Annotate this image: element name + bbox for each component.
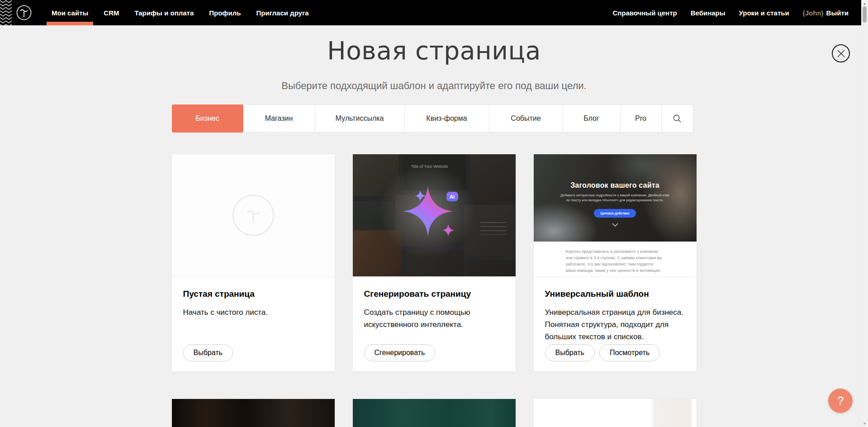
logout-label: Выйти: [826, 9, 849, 17]
page-subtitle: Выберите подходящий шаблон и адаптируйте…: [0, 80, 868, 92]
scrollbar-up-arrow[interactable]: ▲: [861, 0, 868, 6]
tab-search[interactable]: [661, 104, 693, 133]
chevron-down-icon: [612, 223, 618, 227]
card-title: Универсальный шаблон: [545, 289, 685, 299]
template-card-blank: Пустая страница Начать с чистого листа. …: [172, 154, 335, 371]
scrollbar-thumb[interactable]: [863, 6, 867, 23]
preview-hero-heading: Заголовок вашего сайта: [570, 181, 659, 190]
help-button[interactable]: ?: [828, 389, 853, 413]
nav-item-tutorials[interactable]: Уроки и статьи: [732, 0, 796, 25]
nav-item-help-center[interactable]: Справочный центр: [606, 0, 683, 25]
card-actions: Сгенерировать: [364, 344, 436, 361]
tab-store[interactable]: Магазин: [243, 104, 315, 133]
universal-template-preview[interactable]: Заголовок вашего сайта Добавьте интересн…: [534, 154, 697, 276]
main-nav: Мои сайты CRM Тарифы и оплата Профиль Пр…: [44, 0, 317, 25]
card-title: Пустая страница: [183, 289, 323, 299]
card-info: Сгенерировать страницу Создать страницу …: [353, 276, 516, 371]
card-info: Универсальный шаблон Универсальная стран…: [534, 276, 697, 371]
nav-item-logout[interactable]: (John) Выйти: [796, 0, 855, 25]
secondary-nav: Справочный центр Вебинары Уроки и статьи…: [606, 0, 855, 25]
top-navbar: Мои сайты CRM Тарифы и оплата Профиль Пр…: [0, 0, 861, 25]
tilda-logo[interactable]: [16, 5, 32, 21]
preview-cta-button: Целевое действие: [594, 209, 636, 218]
scrollbar-down-arrow[interactable]: ▼: [861, 420, 868, 427]
card-actions: Выбрать: [183, 344, 233, 361]
zigzag-pattern-icon: [0, 0, 12, 25]
tab-link-in-bio[interactable]: Мультиссылка: [315, 104, 405, 133]
generate-button[interactable]: Сгенерировать: [364, 344, 436, 361]
preview-body: Коротко представьтесь и расскажите о ком…: [534, 242, 697, 276]
nav-item-crm[interactable]: CRM: [96, 0, 127, 25]
preview-body-text: Коротко представьтесь и расскажите о ком…: [566, 249, 664, 274]
tilda-logo-icon: [16, 5, 32, 21]
choose-button[interactable]: Выбрать: [545, 344, 595, 361]
nav-item-webinars[interactable]: Вебинары: [684, 0, 732, 25]
tilda-watermark-icon: [232, 195, 274, 236]
nav-item-pricing[interactable]: Тарифы и оплата: [127, 0, 201, 25]
close-icon: [837, 50, 845, 57]
search-icon: [673, 114, 682, 123]
card-description: Создать страницу с помощью искусственног…: [364, 306, 504, 331]
template-preview[interactable]: [534, 399, 697, 427]
card-info: Пустая страница Начать с чистого листа. …: [172, 276, 335, 371]
user-name: (John): [803, 9, 824, 17]
tab-pro[interactable]: Pro: [620, 104, 662, 133]
new-page-modal: Мои сайты CRM Тарифы и оплата Профиль Пр…: [0, 0, 868, 427]
nav-item-profile[interactable]: Профиль: [201, 0, 248, 25]
template-card-row2-2: [353, 399, 516, 427]
preview-hero: Заголовок вашего сайта Добавьте интересн…: [534, 154, 697, 242]
close-button[interactable]: [832, 44, 850, 62]
preview-hero-subtext: Добавьте интересные подробности о вашей …: [560, 193, 670, 203]
nav-item-invite-friend[interactable]: Пригласи друга: [248, 0, 316, 25]
view-button[interactable]: Посмотреть: [599, 344, 660, 361]
tab-blog[interactable]: Блог: [563, 104, 621, 133]
nav-item-my-sites[interactable]: Мои сайты: [44, 0, 96, 25]
template-card-row2-3: [534, 399, 697, 427]
card-description: Начать с чистого листа.: [183, 306, 323, 318]
card-description: Универсальная страница для бизнеса. Поня…: [545, 306, 685, 343]
card-title: Сгенерировать страницу: [364, 289, 504, 299]
ai-template-preview[interactable]: Title of Your Website: [353, 154, 516, 276]
scrollbar[interactable]: ▲ ▼: [861, 0, 868, 427]
page-title: Новая страница: [0, 38, 868, 63]
tab-event[interactable]: Событие: [489, 104, 563, 133]
template-card-row2-1: [172, 399, 335, 427]
template-preview[interactable]: [172, 399, 335, 427]
ai-badge: AI: [446, 192, 458, 201]
ai-sparkle-small-icon: [414, 190, 426, 202]
card-actions: Выбрать Посмотреть: [545, 344, 660, 361]
ai-sparkle-small-icon: [442, 223, 455, 237]
choose-button[interactable]: Выбрать: [183, 344, 233, 361]
template-grid: Пустая страница Начать с чистого листа. …: [172, 154, 697, 427]
tab-business[interactable]: Бизнес: [172, 104, 243, 133]
blank-template-preview[interactable]: [172, 154, 335, 276]
template-category-tabs: Бизнес Магазин Мультиссылка Квиз-форма С…: [172, 104, 697, 133]
tab-quiz-form[interactable]: Квиз-форма: [404, 104, 489, 133]
template-card-ai-generate: Title of Your Website: [353, 154, 516, 371]
template-preview[interactable]: [353, 399, 516, 427]
template-card-universal: Заголовок вашего сайта Добавьте интересн…: [534, 154, 697, 371]
